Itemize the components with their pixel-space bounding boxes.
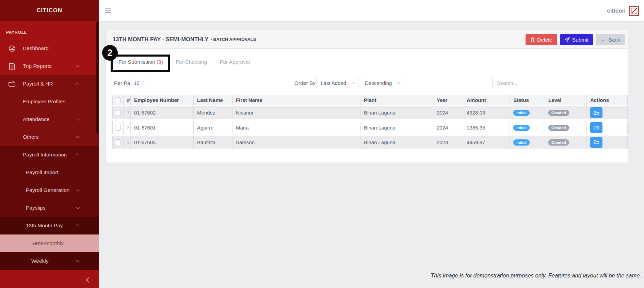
approvals-table: # Employee Number Last Name First Name P… bbox=[112, 95, 628, 150]
open-folder-button[interactable] bbox=[590, 122, 602, 133]
employee-number-cell: 01-67601 bbox=[131, 120, 194, 135]
annotation-step-badge: 2 bbox=[102, 45, 118, 61]
sidebar-item-employee-profiles[interactable]: Employee Profiles bbox=[0, 93, 99, 110]
status-badge: Initial bbox=[513, 125, 530, 131]
chevron-down-icon bbox=[76, 64, 80, 67]
delete-button[interactable]: Delete bbox=[526, 34, 557, 45]
sidebar-scrollbar[interactable] bbox=[96, 21, 99, 134]
sidebar-item-payroll-information[interactable]: Payroll Information bbox=[0, 146, 99, 164]
card-header: 13TH MONTH PAY - SEMI-MONTHLY - BATCH AP… bbox=[106, 30, 628, 49]
sidebar-item-dashboard[interactable]: Dashboard bbox=[0, 40, 99, 57]
sidebar: CITICON PAYROLL Dashboard Trip Reports P… bbox=[0, 0, 99, 288]
col-year: Year bbox=[433, 95, 463, 106]
open-folder-button[interactable] bbox=[590, 137, 602, 148]
demo-disclaimer-text: This image is for demonstration purposes… bbox=[431, 272, 641, 279]
plant-cell: Binan Laguna bbox=[360, 106, 433, 120]
last-name-cell: Mendez bbox=[194, 106, 232, 120]
chevron-down-icon bbox=[76, 135, 80, 138]
sidebar-section-label: PAYROLL bbox=[0, 21, 99, 40]
tab-for-approval[interactable]: For Approval bbox=[220, 59, 250, 65]
sidebar-item-payroll-hr[interactable]: Payroll & HR bbox=[0, 75, 99, 93]
tab-label: For Approval bbox=[220, 59, 250, 65]
payroll-hr-group: Payroll & HR Employee Profiles Attendanc… bbox=[0, 75, 99, 270]
plant-cell: Binan Laguna bbox=[360, 120, 433, 135]
sidebar-item-label: Payroll Information bbox=[0, 152, 67, 158]
sidebar-item-label: Payroll Import bbox=[0, 169, 59, 176]
document-icon bbox=[8, 62, 16, 70]
per-page-select[interactable]: 10 bbox=[130, 77, 146, 89]
employee-number-cell: 01-67605 bbox=[131, 135, 194, 150]
year-cell: 2023 bbox=[433, 135, 463, 150]
sidebar-nav: PAYROLL Dashboard Trip Reports Payroll &… bbox=[0, 21, 99, 270]
order-by-label: Order By bbox=[294, 77, 316, 89]
last-name-cell: Bautista bbox=[194, 135, 232, 150]
select-all-checkbox[interactable] bbox=[115, 97, 121, 103]
tab-for-submission[interactable]: For Submission (3) bbox=[118, 59, 163, 65]
row-checkbox[interactable] bbox=[115, 125, 121, 131]
chevron-down-icon bbox=[397, 81, 400, 84]
table-row: 3 01-67605 Bautista Samson Binan Laguna … bbox=[113, 135, 628, 150]
sidebar-item-label: Trip Reports bbox=[0, 63, 52, 69]
sidebar-item-trip-reports[interactable]: Trip Reports bbox=[0, 57, 99, 75]
sidebar-item-label: Payroll Generation bbox=[0, 187, 69, 193]
col-first-name: First Name bbox=[232, 95, 360, 106]
row-checkbox[interactable] bbox=[115, 139, 121, 145]
sidebar-item-label: 13th Month Pay bbox=[0, 223, 63, 229]
thirteenth-month-group: 13th Month Pay Semi-monthly Weekly bbox=[0, 217, 99, 270]
tab-label: For Submission bbox=[118, 59, 155, 65]
tabs-divider bbox=[112, 72, 628, 72]
col-actions: Actions bbox=[587, 95, 628, 106]
folder-icon bbox=[594, 125, 599, 130]
sidebar-item-weekly[interactable]: Weekly bbox=[0, 252, 99, 270]
year-cell: 2024 bbox=[433, 106, 463, 120]
payroll-information-group: Payroll Information Payroll Import Payro… bbox=[0, 146, 99, 270]
row-num: 1 bbox=[124, 106, 131, 120]
chevron-down-icon bbox=[352, 81, 355, 84]
search-input[interactable] bbox=[493, 77, 626, 89]
submit-button-label: Submit bbox=[572, 37, 589, 43]
chevron-down-icon bbox=[76, 259, 80, 262]
sidebar-item-semi-monthly[interactable]: Semi-monthly bbox=[0, 234, 99, 252]
row-checkbox[interactable] bbox=[115, 110, 121, 116]
sidebar-item-payroll-generation[interactable]: Payroll Generation bbox=[0, 181, 99, 199]
table-row: 1 01-67602 Mendez Nicanor Binan Laguna 2… bbox=[113, 106, 628, 120]
row-num: 2 bbox=[124, 120, 131, 135]
back-button[interactable]: ← Back bbox=[596, 34, 625, 45]
col-employee-number: Employee Number bbox=[131, 95, 194, 106]
level-badge: Created bbox=[548, 139, 569, 146]
tab-label: For Checking bbox=[176, 59, 207, 65]
open-folder-button[interactable] bbox=[590, 107, 602, 118]
direction-select[interactable]: Descending bbox=[361, 77, 403, 89]
status-badge: Initial bbox=[513, 139, 530, 146]
direction-value: Descending bbox=[365, 80, 392, 86]
sidebar-item-13th-month-pay[interactable]: 13th Month Pay bbox=[0, 217, 99, 234]
citicon-logo-icon bbox=[629, 6, 639, 16]
sidebar-item-label: Semi-monthly bbox=[0, 240, 64, 246]
hamburger-menu-icon[interactable] bbox=[105, 8, 111, 13]
topbar-brand: citicon bbox=[607, 7, 626, 14]
main-content: 13TH MONTH PAY - SEMI-MONTHLY - BATCH AP… bbox=[99, 21, 644, 288]
sidebar-item-payroll-import[interactable]: Payroll Import bbox=[0, 164, 99, 181]
chevron-down-icon bbox=[76, 117, 80, 121]
col-last-name: Last Name bbox=[194, 95, 232, 106]
sidebar-item-label: Employee Profiles bbox=[0, 98, 65, 105]
order-by-select[interactable]: Last Added bbox=[317, 77, 358, 89]
sidebar-item-attendance[interactable]: Attendance bbox=[0, 110, 99, 128]
col-num: # bbox=[124, 95, 131, 106]
tab-count-badge: (3) bbox=[157, 59, 163, 65]
folder-icon bbox=[594, 110, 599, 115]
sidebar-item-payslips[interactable]: Payslips bbox=[0, 199, 99, 217]
submit-button[interactable]: Submit bbox=[560, 34, 593, 45]
chevron-up-icon bbox=[75, 82, 79, 86]
table-header-row: # Employee Number Last Name First Name P… bbox=[113, 95, 628, 106]
sidebar-item-others[interactable]: Others bbox=[0, 128, 99, 146]
folder-icon bbox=[594, 140, 599, 145]
sidebar-item-label: Weekly bbox=[0, 258, 49, 264]
sidebar-footer bbox=[0, 274, 99, 288]
tab-for-checking[interactable]: For Checking bbox=[176, 59, 207, 65]
chevron-left-icon[interactable] bbox=[86, 277, 92, 283]
chevron-down-icon bbox=[142, 81, 144, 84]
first-name-cell: Nicanor bbox=[232, 106, 360, 120]
sidebar-brand: CITICON bbox=[36, 7, 62, 14]
plant-cell: Binan Laguna bbox=[360, 135, 433, 150]
